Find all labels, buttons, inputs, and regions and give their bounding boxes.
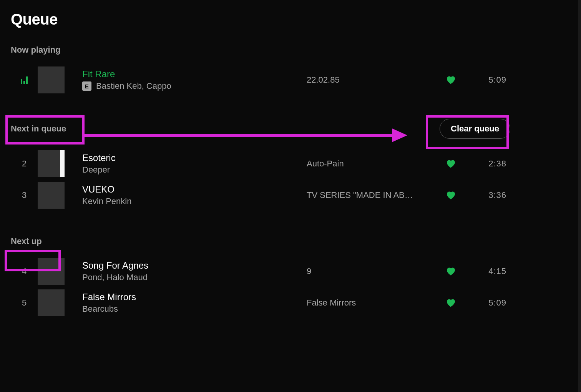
scrollbar[interactable]	[578, 0, 581, 392]
section-label-next-in-queue: Next in queue	[11, 124, 66, 134]
track-title[interactable]: VUEKO	[82, 184, 307, 195]
album-art[interactable]	[38, 66, 72, 93]
track-row[interactable]: 4 Song For Agnes Pond, Halo Maud 9 4:15	[11, 256, 510, 287]
track-duration: 3:36	[468, 190, 510, 200]
track-artist[interactable]: Bastien Keb, Cappo	[96, 81, 171, 91]
track-artist[interactable]: Deeper	[82, 165, 110, 175]
track-duration: 2:38	[468, 159, 510, 169]
track-title[interactable]: Fit Rare	[82, 69, 307, 80]
section-label-now-playing: Now playing	[11, 45, 61, 55]
album-art[interactable]	[38, 258, 72, 285]
track-duration: 5:09	[468, 298, 510, 308]
track-artist[interactable]: Bearcubs	[82, 304, 118, 314]
track-album[interactable]: False Mirrors	[307, 298, 433, 308]
album-art[interactable]	[38, 150, 72, 177]
page-title: Queue	[11, 11, 510, 28]
track-index: 4	[11, 266, 38, 276]
explicit-badge: E	[82, 81, 91, 91]
clear-queue-button[interactable]: Clear queue	[440, 119, 510, 139]
track-album[interactable]: TV SERIES "MADE IN AB…	[307, 190, 433, 200]
track-duration: 4:15	[468, 266, 510, 276]
track-index: 5	[11, 298, 38, 308]
track-title[interactable]: False Mirrors	[82, 292, 307, 302]
section-label-next-up: Next up	[11, 236, 42, 246]
track-album[interactable]: 22.02.85	[307, 75, 433, 85]
track-artist[interactable]: Kevin Penkin	[82, 196, 131, 206]
track-album[interactable]: Auto-Pain	[307, 159, 433, 169]
track-title[interactable]: Song For Agnes	[82, 260, 307, 271]
track-row[interactable]: 2 Esoteric Deeper Auto-Pain 2:38	[11, 148, 510, 179]
album-art[interactable]	[38, 289, 72, 316]
track-album[interactable]: 9	[307, 266, 433, 276]
track-row-now-playing[interactable]: Fit Rare E Bastien Keb, Cappo 22.02.85 5…	[11, 64, 510, 96]
now-playing-indicator	[11, 76, 38, 84]
track-title[interactable]: Esoteric	[82, 153, 307, 163]
album-art[interactable]	[38, 182, 72, 209]
heart-icon[interactable]	[433, 266, 468, 277]
heart-icon[interactable]	[433, 190, 468, 201]
heart-icon[interactable]	[433, 297, 468, 308]
track-duration: 5:09	[468, 75, 510, 85]
track-index: 3	[11, 190, 38, 200]
track-index: 2	[11, 159, 38, 169]
equalizer-icon	[11, 76, 38, 84]
track-artist[interactable]: Pond, Halo Maud	[82, 272, 148, 282]
track-row[interactable]: 5 False Mirrors Bearcubs False Mirrors 5…	[11, 287, 510, 319]
heart-icon[interactable]	[433, 158, 468, 169]
track-row[interactable]: 3 VUEKO Kevin Penkin TV SERIES "MADE IN …	[11, 179, 510, 211]
heart-icon[interactable]	[433, 75, 468, 85]
